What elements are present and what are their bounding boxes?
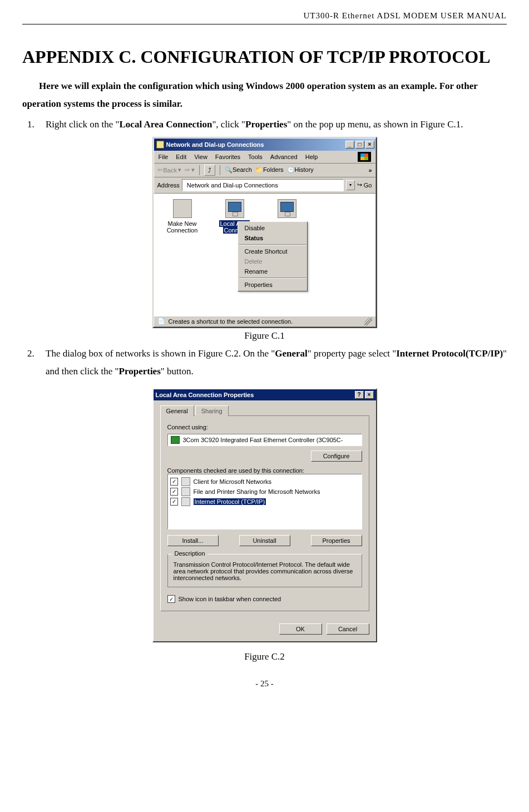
- menu-advanced[interactable]: Advanced: [270, 154, 298, 160]
- address-dropdown[interactable]: ▾: [346, 180, 355, 190]
- component-client[interactable]: ✓ Client for Microsoft Networks: [170, 477, 359, 487]
- figure-c1-window: Network and Dial-up Connections _ □ × Fi…: [152, 137, 377, 328]
- go-button[interactable]: ↪Go: [357, 181, 372, 189]
- status-bar: 📄 Creates a shortcut to the selected con…: [154, 316, 375, 326]
- address-bar: Address Network and Dial-up Connections …: [154, 177, 375, 194]
- tab-general[interactable]: General: [160, 405, 194, 416]
- component-tcpip[interactable]: ✓ Internet Protocol (TCP/IP): [170, 497, 359, 507]
- wizard-icon: [173, 199, 192, 218]
- item-label: Make New Connection: [163, 220, 202, 234]
- show-icon-label: Show icon in taskbar when connected: [179, 596, 281, 602]
- connect-using-label: Connect using:: [167, 424, 362, 430]
- step2-text-pre: The dialog box of networks is shown in F…: [46, 348, 275, 359]
- help-button[interactable]: ?: [355, 391, 364, 399]
- menu-tools[interactable]: Tools: [248, 154, 263, 160]
- menu-file[interactable]: File: [159, 154, 169, 160]
- status-text: Creates a shortcut to the selected conne…: [169, 318, 293, 325]
- client-icon: [181, 477, 190, 486]
- intro-paragraph: Here we will explain the configuration w…: [22, 77, 507, 113]
- folder-icon: [156, 141, 164, 148]
- checkbox-icon[interactable]: ✓: [170, 488, 178, 496]
- close-button[interactable]: ×: [365, 391, 374, 399]
- protocol-icon: [181, 497, 190, 506]
- dialog-titlebar[interactable]: Local Area Connection Properties ? ×: [154, 389, 376, 400]
- checkbox-icon[interactable]: ✓: [167, 595, 175, 603]
- description-legend: Description: [172, 550, 207, 557]
- menu-edit[interactable]: Edit: [176, 154, 186, 160]
- dialog-title: Local Area Connection Properties: [156, 392, 254, 398]
- running-header: UT300-R Ethernet ADSL MODEM USER MANUAL: [22, 11, 507, 24]
- window-titlebar[interactable]: Network and Dial-up Connections _ □ ×: [154, 138, 375, 151]
- step2-bold-2: Internet Protocol(TCP/IP): [396, 348, 503, 359]
- install-button[interactable]: Install...: [167, 535, 219, 546]
- figure-c2-dialog: Local Area Connection Properties ? × Gen…: [152, 388, 377, 642]
- step2-text-mid1: " property page select ": [308, 348, 396, 359]
- search-button[interactable]: 🔍Search: [225, 166, 252, 174]
- properties-button[interactable]: Properties: [311, 535, 362, 546]
- show-icon-checkbox-row[interactable]: ✓ Show icon in taskbar when connected: [167, 595, 362, 603]
- cancel-button[interactable]: Cancel: [327, 623, 369, 635]
- checkbox-icon[interactable]: ✓: [170, 498, 178, 506]
- maximize-button[interactable]: □: [355, 141, 364, 148]
- status-icon: 📄: [157, 318, 165, 325]
- make-new-connection-item[interactable]: Make New Connection: [163, 199, 202, 310]
- toolbar: ⇦ Back ▾ ⇨ ▾ ⤴ 🔍Search 📁Folders 🕒History…: [154, 164, 375, 177]
- step2-bold-1: General: [275, 348, 308, 359]
- description-groupbox: Description Transmission Control Protoco…: [167, 554, 362, 587]
- network-icon: [278, 199, 296, 218]
- adapter-name: 3Com 3C920 Integrated Fast Ethernet Cont…: [183, 437, 343, 443]
- address-input[interactable]: Network and Dial-up Connections: [182, 179, 344, 191]
- windows-logo-icon: [358, 152, 371, 162]
- figure-c1-caption: Figure C.1: [22, 330, 507, 341]
- uninstall-button[interactable]: Uninstall: [239, 535, 290, 546]
- adapter-box: 3Com 3C920 Integrated Fast Ethernet Cont…: [167, 434, 362, 446]
- step2-bold-3: Properties: [119, 366, 161, 377]
- context-properties[interactable]: Properties: [239, 280, 306, 290]
- context-menu: Disable Status Create Shortcut Delete Re…: [238, 221, 308, 291]
- step1-text-post: " on the pop up menu, as shown in Figure…: [287, 119, 463, 130]
- folders-button[interactable]: 📁Folders: [255, 166, 284, 174]
- network-icon: [225, 199, 244, 218]
- context-disable[interactable]: Disable: [239, 223, 306, 233]
- nic-icon: [171, 436, 180, 444]
- forward-button[interactable]: ⇨ ▾: [185, 166, 195, 174]
- close-button[interactable]: ×: [365, 141, 374, 148]
- toolbar-overflow[interactable]: »: [368, 167, 372, 174]
- menu-view[interactable]: View: [194, 154, 207, 160]
- explorer-client-area: Make New Connection Local Area Connec Lo…: [154, 194, 375, 316]
- context-rename[interactable]: Rename: [239, 266, 306, 276]
- page-title: APPENDIX C. CONFIGURATION OF TCP/IP PROT…: [22, 47, 507, 67]
- step1-text-mid: ", click ": [212, 119, 245, 130]
- tab-sharing[interactable]: Sharing: [195, 405, 229, 416]
- history-button[interactable]: 🕒History: [287, 166, 314, 174]
- context-status[interactable]: Status: [239, 233, 306, 243]
- figure-c2-caption: Figure C.2: [22, 651, 507, 662]
- step1-bold-1: Local Area Connection: [120, 119, 212, 130]
- component-label: File and Printer Sharing for Microsoft N…: [194, 488, 320, 495]
- tab-panel-general: Connect using: 3Com 3C920 Integrated Fas…: [160, 416, 369, 611]
- up-folder-icon[interactable]: ⤴: [204, 165, 215, 176]
- component-label: Client for Microsoft Networks: [194, 478, 272, 485]
- window-title: Network and Dial-up Connections: [166, 141, 345, 148]
- components-listbox[interactable]: ✓ Client for Microsoft Networks ✓ File a…: [167, 474, 362, 529]
- components-label: Components checked are used by this conn…: [167, 467, 362, 474]
- component-label: Internet Protocol (TCP/IP): [194, 498, 266, 505]
- service-icon: [181, 487, 190, 496]
- context-delete: Delete: [239, 256, 306, 266]
- menu-help[interactable]: Help: [305, 154, 318, 160]
- address-value: Network and Dial-up Connections: [187, 182, 278, 189]
- checkbox-icon[interactable]: ✓: [170, 478, 178, 486]
- resize-grip[interactable]: [364, 318, 372, 325]
- context-create-shortcut[interactable]: Create Shortcut: [239, 246, 306, 256]
- page-number: - 25 -: [22, 679, 507, 689]
- step1-bold-2: Properties: [245, 119, 287, 130]
- back-button[interactable]: ⇦ Back ▾: [157, 166, 181, 174]
- menubar: File Edit View Favorites Tools Advanced …: [154, 151, 375, 164]
- menu-favorites[interactable]: Favorites: [215, 154, 240, 160]
- component-fileprint[interactable]: ✓ File and Printer Sharing for Microsoft…: [170, 487, 359, 497]
- ok-button[interactable]: OK: [279, 623, 322, 635]
- description-text: Transmission Control Protocol/Internet P…: [174, 561, 356, 581]
- step-2: The dialog box of networks is shown in F…: [37, 345, 507, 381]
- configure-button[interactable]: Configure: [311, 450, 362, 462]
- minimize-button[interactable]: _: [345, 141, 354, 148]
